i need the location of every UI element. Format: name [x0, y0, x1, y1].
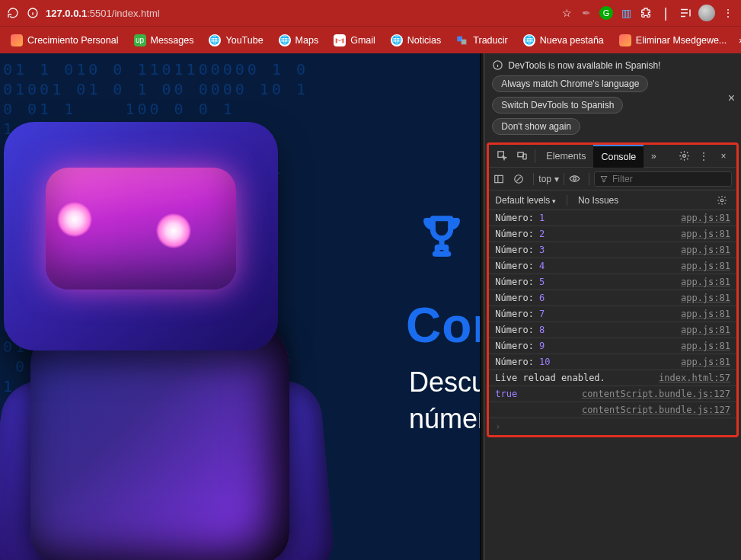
reading-list-icon[interactable]: [679, 6, 692, 20]
issues-link[interactable]: No Issues: [578, 195, 618, 206]
bookmark-label: Messages: [151, 35, 194, 46]
globe-icon: 🌐: [523, 34, 535, 46]
log-levels-dropdown[interactable]: Default levels: [495, 195, 556, 206]
site-info-icon[interactable]: [26, 6, 40, 20]
log-source-link[interactable]: app.js:81: [681, 357, 730, 367]
log-source-link[interactable]: app.js:81: [681, 213, 730, 223]
log-source-link[interactable]: app.js:81: [681, 325, 730, 335]
console-log-row[interactable]: Número: 6app.js:81: [489, 290, 736, 306]
console-toolbar-2: Default levels No Issues: [489, 190, 736, 210]
console-log-row[interactable]: Número: 8app.js:81: [489, 322, 736, 338]
bookmark-label: Traducir: [473, 35, 507, 46]
log-source-link[interactable]: app.js:81: [681, 229, 730, 239]
feather-ext-icon[interactable]: ✒: [580, 6, 593, 20]
grammarly-ext-icon[interactable]: G: [599, 6, 613, 20]
svg-point-17: [720, 199, 723, 202]
console-highlight-region: Elements Console » ⋮ × top ▾: [487, 142, 739, 437]
devtools-close-icon[interactable]: ×: [714, 145, 733, 168]
tabs-overflow-icon[interactable]: »: [644, 145, 663, 168]
console-log-row[interactable]: Número: 7app.js:81: [489, 306, 736, 322]
settings-gear-icon[interactable]: [674, 145, 694, 168]
console-log-row[interactable]: Live reload enabled.index.html:57: [489, 370, 736, 386]
bookmark-item[interactable]: 🌐YouTube: [203, 32, 269, 49]
console-log-row[interactable]: truecontentScript.bundle.js:127: [489, 386, 736, 402]
device-toolbar-icon[interactable]: [512, 145, 532, 168]
console-log-row[interactable]: Número: 5app.js:81: [489, 274, 736, 290]
extensions-icon[interactable]: [639, 6, 653, 20]
tab-elements[interactable]: Elements: [538, 145, 593, 168]
filter-text-field[interactable]: [612, 174, 727, 184]
log-source-link[interactable]: app.js:81: [681, 293, 730, 303]
url-text[interactable]: 127.0.0.1:5501/index.html: [46, 8, 160, 19]
console-settings-gear-icon[interactable]: [717, 195, 730, 206]
log-source-link[interactable]: app.js:81: [681, 309, 730, 319]
log-source-link[interactable]: app.js:81: [681, 277, 730, 287]
console-log-list: Número: 1app.js:81Número: 2app.js:81Núme…: [489, 210, 736, 418]
divider: |: [659, 6, 672, 20]
svg-point-16: [573, 178, 577, 181]
notes-ext-icon[interactable]: ▥: [619, 6, 633, 20]
bookmark-item[interactable]: Eliminar Msedgewe...: [613, 32, 733, 49]
globe-icon: 🌐: [209, 34, 221, 46]
live-expression-icon[interactable]: [569, 173, 584, 184]
divider: [535, 149, 535, 163]
bookmark-item[interactable]: upMessages: [128, 32, 200, 49]
bookmark-label: Noticias: [407, 35, 441, 46]
svg-rect-4: [462, 39, 467, 44]
devtools-panel: DevTools is now available in Spanish! Al…: [484, 53, 741, 560]
globe-icon: 🌐: [391, 34, 403, 46]
log-source-link[interactable]: contentScript.bundle.js:127: [582, 389, 730, 399]
console-sidebar-toggle-icon[interactable]: [493, 174, 509, 184]
svg-rect-12: [495, 175, 503, 182]
tab-console[interactable]: Console: [593, 145, 644, 168]
upwork-icon: up: [134, 34, 146, 46]
bookmark-item[interactable]: 🌐Nueva pestaña: [517, 32, 610, 49]
execution-context-dropdown[interactable]: top ▾: [538, 174, 559, 184]
banner-close-icon[interactable]: ×: [728, 91, 735, 105]
bookmark-item[interactable]: Traducir: [450, 32, 513, 49]
bookmark-label: YouTube: [225, 35, 263, 46]
robot-illustration: [0, 99, 381, 560]
log-source-link[interactable]: index.html:57: [659, 373, 730, 383]
bookmarks-bar: Crecimiento PersonalupMessages🌐YouTube🌐M…: [0, 26, 741, 53]
console-toolbar: top ▾: [489, 168, 736, 190]
favicon-icon: [619, 34, 631, 46]
console-log-row[interactable]: Número: 4app.js:81: [489, 258, 736, 274]
console-log-row[interactable]: Número: 9app.js:81: [489, 338, 736, 354]
console-filter-input[interactable]: [594, 171, 732, 187]
banner-match-lang-button[interactable]: Always match Chrome's language: [492, 75, 648, 92]
bookmark-star-icon[interactable]: ☆: [560, 6, 573, 20]
svg-line-15: [516, 177, 521, 181]
log-source-link[interactable]: contentScript.bundle.js:127: [582, 405, 730, 415]
console-log-row[interactable]: Número: 10app.js:81: [489, 354, 736, 370]
console-log-row[interactable]: Número: 2app.js:81: [489, 226, 736, 242]
profile-avatar[interactable]: [698, 5, 715, 21]
page-subtitle: Descub número: [409, 364, 480, 437]
console-prompt[interactable]: ›: [489, 418, 736, 435]
console-log-row[interactable]: Número: 1app.js:81: [489, 210, 736, 226]
console-log-row[interactable]: Número: 3app.js:81: [489, 242, 736, 258]
menu-dots-icon[interactable]: ⋮: [721, 6, 735, 20]
bookmark-label: Nueva pestaña: [540, 35, 604, 46]
page-title: Cor: [406, 297, 480, 354]
bookmark-item[interactable]: Gmail: [327, 32, 382, 49]
inspect-element-icon[interactable]: [492, 145, 512, 168]
clear-console-icon[interactable]: [513, 174, 529, 184]
devtools-lang-banner: DevTools is now available in Spanish! Al…: [484, 53, 741, 142]
devtools-menu-icon[interactable]: ⋮: [694, 145, 714, 168]
bookmark-item[interactable]: 🌐Noticias: [385, 32, 447, 49]
log-source-link[interactable]: app.js:81: [681, 245, 730, 255]
bookmark-label: Eliminar Msedgewe...: [636, 35, 727, 46]
globe-icon: 🌐: [279, 34, 291, 46]
console-log-row[interactable]: contentScript.bundle.js:127: [489, 402, 736, 418]
log-source-link[interactable]: app.js:81: [681, 261, 730, 271]
log-source-link[interactable]: app.js:81: [681, 341, 730, 351]
bookmark-item[interactable]: Crecimiento Personal: [5, 32, 125, 49]
reload-icon[interactable]: [6, 6, 20, 20]
bookmark-label: Gmail: [350, 35, 375, 46]
banner-dismiss-button[interactable]: Don't show again: [492, 118, 580, 135]
trophy-icon: [415, 210, 468, 263]
bookmark-item[interactable]: 🌐Maps: [273, 32, 325, 49]
devtools-tabs: Elements Console » ⋮ ×: [489, 145, 736, 168]
banner-switch-lang-button[interactable]: Switch DevTools to Spanish: [492, 97, 623, 114]
